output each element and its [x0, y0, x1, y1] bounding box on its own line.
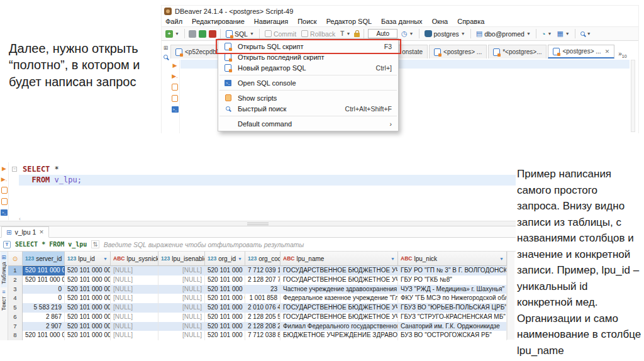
menu-help[interactable]: Справка — [457, 18, 484, 25]
grid-cell[interactable]: Филиал Федерального государственного бюд… — [280, 322, 398, 331]
grid-cell[interactable]: 7 712 039 166 — [245, 266, 280, 275]
grid-cell[interactable]: 0 — [23, 285, 65, 294]
tab-script-active[interactable]: <postgres> ...✕ — [548, 45, 614, 58]
grid-cell[interactable]: 2 128 207 797 — [245, 275, 280, 285]
grid-cell[interactable]: [NULL] — [111, 322, 158, 331]
column-header-lpu-nick[interactable]: ABClpu_nick▼ — [398, 252, 507, 266]
grid-cell[interactable]: 520 101 000 000 707 — [65, 266, 111, 275]
side-tab-grid[interactable]: Таблица⊞ — [1, 252, 7, 287]
column-dropdown-icon[interactable]: ▼ — [103, 257, 108, 261]
menu-item-quick-search[interactable]: Быстрый поиск Ctrl+Alt+Shift+F — [218, 103, 398, 114]
column-dropdown-icon[interactable]: ▼ — [238, 257, 242, 261]
column-header-lpu-name[interactable]: ABClpu_name▼ — [280, 252, 398, 266]
grid-cell[interactable]: [NULL] — [158, 322, 205, 331]
menu-item-new-sql-editor[interactable]: Новый редактор SQL Ctrl+] — [218, 62, 398, 73]
grid-cell[interactable]: [NULL] — [111, 275, 158, 285]
chevron-down-icon[interactable]: ▼ — [587, 31, 591, 36]
grid-cell[interactable]: [NULL] — [111, 303, 158, 313]
reconnect-icon[interactable] — [199, 30, 206, 38]
grid-cell[interactable]: 2 128 205 514 — [245, 313, 280, 322]
restore-panel-icon[interactable]: ⊞ — [164, 45, 169, 51]
grid-cell[interactable]: 520 101 000 000 694 — [65, 331, 111, 340]
grid-cell[interactable]: ГБУЗ "СТРУГО-КРАСНЕНСКАЯ МБ" — [398, 313, 507, 322]
column-header-org-code[interactable]: 123org_code▼ — [245, 252, 280, 266]
grid-cell[interactable]: 520 101 000 000 636 — [65, 303, 111, 313]
chevron-down-icon[interactable]: ▼ — [409, 31, 414, 36]
grid-cell[interactable]: [NULL] — [111, 285, 158, 294]
database-selector[interactable]: postgres▼ — [423, 30, 467, 38]
column-dropdown-icon[interactable]: ▼ — [391, 257, 395, 261]
menu-sql-editor[interactable]: Редактор SQL — [326, 18, 372, 25]
column-dropdown-icon[interactable]: ▼ — [499, 257, 504, 261]
grid-cell[interactable]: 520 101 000 000 575 — [65, 322, 111, 331]
panel-splitter[interactable] — [0, 221, 516, 226]
close-icon[interactable]: ✕ — [605, 48, 610, 55]
grid-cell[interactable]: БЮДЖЕТНОЕ УЧРЕЖДЕНИЕ ЗДРАВООХРАНЕНИ — [280, 331, 398, 340]
menu-item-open-sql-console[interactable]: >_ Open SQL console — [218, 77, 398, 88]
grid-cell[interactable]: 520 101 000 000 034 — [205, 294, 245, 303]
grid-cell[interactable]: 0 — [23, 294, 65, 303]
grid-cell[interactable]: [NULL] — [158, 303, 205, 313]
row-number[interactable]: 6 — [8, 313, 23, 322]
disconnect-icon[interactable] — [189, 30, 196, 38]
results-tab[interactable]: ⊞ v_lpu 1 ✕ — [1, 226, 49, 238]
grid-cell[interactable]: [NULL] — [158, 285, 205, 294]
dashboard-button[interactable]: ◔▼ — [540, 30, 553, 38]
editor-scrollbar[interactable] — [631, 60, 635, 132]
grid-cell[interactable]: [NULL] — [111, 313, 158, 322]
grid-cell[interactable]: ГБУ РО "ГКБ №8" — [398, 275, 507, 285]
grid-cell[interactable]: Частное учреждение здравоохранения "Поли… — [280, 285, 398, 294]
grid-cell[interactable]: ГОСУДАРСТВЕННОЕ БЮДЖЕТНОЕ УЧРЕЖДЕНИЕ — [280, 313, 398, 322]
grid-cell[interactable]: [NULL] — [158, 266, 205, 275]
grid-cell[interactable]: [NULL] — [111, 266, 158, 275]
grid-cell[interactable]: 520 101 000 000 001 — [23, 275, 65, 285]
tab-connstate[interactable]: onstate — [397, 45, 428, 58]
grid-cell[interactable]: 520 101 000 116 611 — [205, 285, 245, 294]
column-header-lpu-isenable[interactable]: 123lpu_isenable▼ — [158, 252, 205, 266]
row-number[interactable]: 3 — [8, 285, 23, 294]
tab-script-3[interactable]: *<postgres>... — [488, 45, 547, 58]
console-icon[interactable]: >_ — [1, 209, 8, 216]
grid-cell[interactable]: 1 001 858 — [245, 294, 280, 303]
grid-scrollbar[interactable] — [507, 252, 514, 340]
commit-button[interactable]: Commit — [264, 30, 297, 38]
row-number[interactable]: 7 — [8, 322, 23, 331]
open-sql-editor-button[interactable]: SQL▼ — [225, 30, 255, 38]
transaction-log-button[interactable]: T▼ — [339, 30, 352, 38]
execute-script-icon[interactable]: ▶. — [172, 73, 177, 79]
grid-cell[interactable]: 520 101 000 136 632 — [205, 331, 245, 340]
menu-item-show-scripts[interactable]: Show scripts — [218, 92, 398, 103]
grid-cell[interactable]: 2 867 — [23, 313, 65, 322]
close-icon[interactable]: ✕ — [39, 229, 44, 235]
chevron-down-icon[interactable]: ▼ — [346, 31, 350, 36]
grid-cell[interactable]: 520 101 000 131 896 — [205, 275, 245, 285]
column-header-server-id[interactable]: 123server_id▼ — [23, 252, 65, 266]
grid-cell[interactable]: 2 128 208 259 — [245, 322, 280, 331]
grid-cell[interactable]: 520 101 000 000 001 — [23, 331, 65, 340]
grid-cell[interactable]: 5 583 219 — [23, 303, 65, 313]
grid-cell[interactable]: Санаторий им. Г.К. Орджоникидзе — [398, 322, 507, 331]
menu-navigation[interactable]: Навигация — [254, 18, 288, 25]
commit-mode-select[interactable]: Auto — [368, 29, 397, 38]
schema-selector[interactable]: ▤dbo@promed▼ — [475, 29, 532, 38]
grid-cell[interactable]: БУЗ ВО "ОСТРОГОЖСКАЯ РБ" — [398, 331, 507, 340]
grid-cell[interactable]: 520 101 000 000 423 — [65, 313, 111, 322]
menu-item-open-sql-script[interactable]: Открыть SQL скрипт F3 — [218, 41, 398, 52]
menu-windows[interactable]: Окна — [432, 18, 448, 25]
side-tab-text[interactable]: Текст≡ — [1, 287, 7, 314]
rollback-button[interactable]: Rollback — [300, 30, 336, 38]
grid-cell[interactable]: 23 — [245, 285, 280, 294]
grid-cell[interactable]: 520 101 000 135 190 — [205, 303, 245, 313]
console-icon[interactable]: >_ — [172, 106, 179, 113]
tab-overflow-button[interactable]: »10 — [616, 50, 626, 58]
chevron-down-icon[interactable]: ▼ — [548, 31, 552, 36]
grid-cell[interactable]: ГОСУДАРСТВЕННОЕ БЮДЖЕТНОЕ УЧРЕЖДЕНИЕ — [280, 266, 398, 275]
menu-file[interactable]: Файл — [165, 18, 182, 25]
grid-cell[interactable]: 520 101 000 000 004 — [65, 294, 111, 303]
menu-database[interactable]: База данных — [381, 18, 423, 25]
grid-cell[interactable]: ГБУЗ ВО "ЮРЬЕВ-ПОЛЬСКАЯ ЦРБ" — [398, 303, 507, 313]
filter-input-placeholder[interactable]: Введите SQL выражение чтобы отфильтроват… — [104, 241, 304, 248]
row-number[interactable]: 8 — [8, 331, 23, 340]
grid-cell[interactable]: [NULL] — [158, 275, 205, 285]
grid-cell[interactable]: ГОСУДАРСТВЕННОЕ БЮДЖЕТНОЕ УЧРЕЖДЕНИЕ — [280, 275, 398, 285]
